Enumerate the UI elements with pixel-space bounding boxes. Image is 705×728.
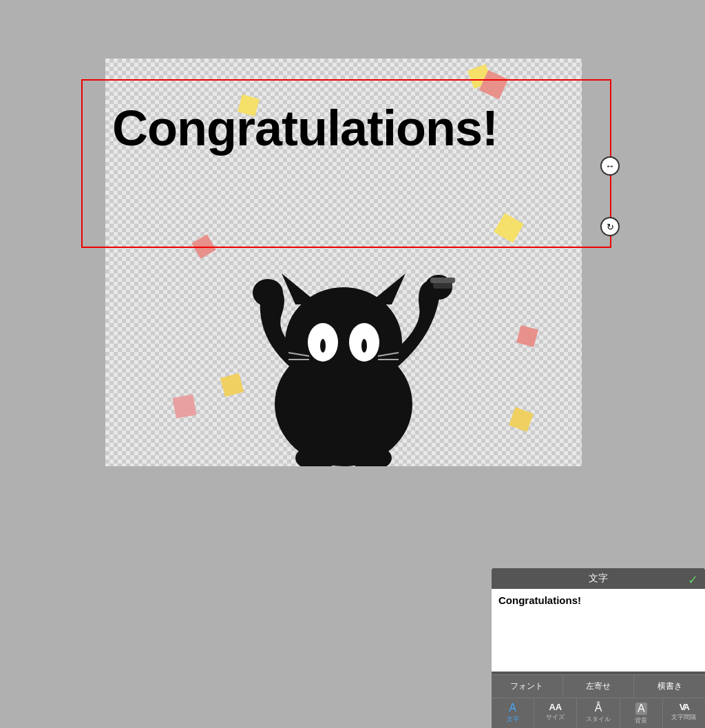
svg-marker-3 [368, 273, 406, 304]
svg-point-7 [361, 339, 367, 353]
text-panel-title: 文字 [589, 572, 608, 585]
text-panel: 文字 ✓ Congratulations! フォント 左寄せ 横書き A 文字 … [492, 568, 705, 728]
style-icon-label: スタイル [586, 715, 611, 724]
tab-direction[interactable]: 横書き [634, 675, 705, 698]
svg-point-8 [253, 279, 283, 306]
text-panel-icons: A 文字 AA サイズ Â スタイル A 背景 VA 文字間隔 [492, 698, 705, 728]
text-input[interactable]: Congratulations! [492, 589, 705, 672]
bg-icon: A [635, 703, 647, 715]
text-panel-tabs: フォント 左寄せ 横書き [492, 674, 705, 698]
text-panel-header: 文字 ✓ [492, 568, 705, 589]
icon-bg[interactable]: A 背景 [620, 698, 663, 728]
rotate-handle[interactable]: ↻ [600, 217, 620, 236]
svg-point-6 [320, 339, 326, 353]
icon-style[interactable]: Â スタイル [577, 698, 620, 728]
text-icon-label: 文字 [507, 715, 519, 724]
svg-marker-2 [282, 273, 319, 304]
resize-handle[interactable]: ↔ [600, 156, 620, 176]
icon-spacing[interactable]: VA 文字間隔 [663, 698, 705, 728]
confirm-button[interactable]: ✓ [688, 572, 698, 587]
icon-size[interactable]: AA サイズ [534, 698, 577, 728]
tab-font[interactable]: フォント [492, 675, 563, 698]
icon-text[interactable]: A 文字 [492, 698, 534, 728]
resize-icon: ↔ [605, 160, 615, 171]
congrats-text-display: Congratulations! [112, 100, 560, 156]
spacing-icon: VA [680, 703, 688, 711]
bg-icon-label: 背景 [635, 716, 647, 725]
text-icon: A [509, 703, 516, 714]
cat-illustration [199, 205, 488, 466]
size-icon-label: サイズ [546, 713, 565, 722]
rotate-icon: ↻ [607, 222, 614, 232]
spacing-icon-label: 文字間隔 [671, 713, 696, 722]
confetti-9 [173, 395, 197, 419]
canvas-area: Congratulations! [105, 59, 582, 466]
tab-align[interactable]: 左寄せ [563, 675, 635, 698]
size-icon: AA [549, 703, 562, 711]
style-icon: Â [595, 703, 602, 714]
svg-rect-11 [430, 278, 455, 283]
